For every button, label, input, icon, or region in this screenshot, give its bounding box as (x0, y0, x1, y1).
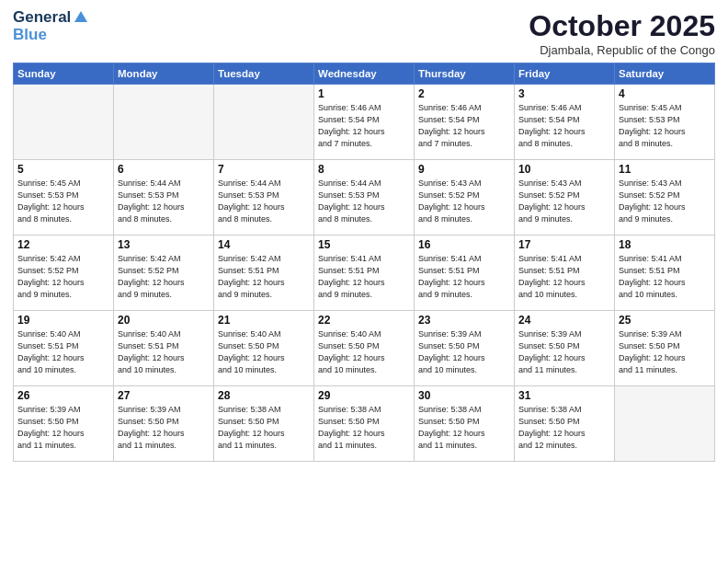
calendar-cell: 29Sunrise: 5:38 AM Sunset: 5:50 PM Dayli… (314, 386, 415, 462)
day-number: 26 (17, 389, 109, 402)
day-number: 4 (619, 87, 711, 100)
calendar-week-2: 12Sunrise: 5:42 AM Sunset: 5:52 PM Dayli… (14, 236, 715, 311)
logo-general: General (13, 9, 87, 27)
calendar-cell (615, 386, 715, 462)
cell-info: Sunrise: 5:40 AM Sunset: 5:51 PM Dayligh… (17, 328, 109, 376)
calendar-cell: 11Sunrise: 5:43 AM Sunset: 5:52 PM Dayli… (615, 160, 715, 236)
day-number: 25 (619, 314, 711, 327)
day-number: 1 (318, 87, 410, 100)
day-number: 9 (418, 163, 510, 176)
cell-info: Sunrise: 5:46 AM Sunset: 5:54 PM Dayligh… (518, 102, 610, 150)
day-number: 16 (418, 238, 510, 251)
calendar-cell: 7Sunrise: 5:44 AM Sunset: 5:53 PM Daylig… (214, 160, 314, 236)
calendar-cell: 21Sunrise: 5:40 AM Sunset: 5:50 PM Dayli… (214, 311, 314, 386)
day-number: 5 (17, 163, 109, 176)
cell-info: Sunrise: 5:46 AM Sunset: 5:54 PM Dayligh… (418, 102, 510, 150)
calendar-cell: 22Sunrise: 5:40 AM Sunset: 5:50 PM Dayli… (314, 311, 415, 386)
cell-info: Sunrise: 5:43 AM Sunset: 5:52 PM Dayligh… (418, 178, 510, 225)
cell-info: Sunrise: 5:44 AM Sunset: 5:53 PM Dayligh… (218, 178, 310, 225)
calendar-cell: 28Sunrise: 5:38 AM Sunset: 5:50 PM Dayli… (214, 386, 314, 462)
cell-info: Sunrise: 5:38 AM Sunset: 5:50 PM Dayligh… (218, 404, 310, 452)
cell-info: Sunrise: 5:38 AM Sunset: 5:50 PM Dayligh… (518, 404, 610, 452)
calendar-cell: 27Sunrise: 5:39 AM Sunset: 5:50 PM Dayli… (114, 386, 214, 462)
calendar-cell (14, 85, 114, 160)
day-number: 17 (518, 238, 610, 251)
day-number: 31 (518, 389, 610, 402)
calendar-cell: 10Sunrise: 5:43 AM Sunset: 5:52 PM Dayli… (515, 160, 615, 236)
col-sunday: Sunday (14, 63, 114, 85)
header-row: Sunday Monday Tuesday Wednesday Thursday… (14, 63, 715, 85)
cell-info: Sunrise: 5:38 AM Sunset: 5:50 PM Dayligh… (318, 404, 410, 452)
day-number: 6 (118, 163, 210, 176)
day-number: 15 (318, 238, 410, 251)
day-number: 3 (518, 87, 610, 100)
location: Djambala, Republic of the Congo (529, 43, 715, 57)
cell-info: Sunrise: 5:44 AM Sunset: 5:53 PM Dayligh… (318, 178, 410, 225)
cell-info: Sunrise: 5:39 AM Sunset: 5:50 PM Dayligh… (418, 328, 510, 376)
day-number: 27 (118, 389, 210, 402)
cell-info: Sunrise: 5:38 AM Sunset: 5:50 PM Dayligh… (418, 404, 510, 452)
calendar-cell: 15Sunrise: 5:41 AM Sunset: 5:51 PM Dayli… (314, 236, 415, 311)
col-monday: Monday (114, 63, 214, 85)
calendar-cell: 3Sunrise: 5:46 AM Sunset: 5:54 PM Daylig… (515, 85, 615, 160)
day-number: 19 (17, 314, 109, 327)
calendar-cell: 31Sunrise: 5:38 AM Sunset: 5:50 PM Dayli… (515, 386, 615, 462)
cell-info: Sunrise: 5:45 AM Sunset: 5:53 PM Dayligh… (619, 102, 711, 150)
calendar-cell: 18Sunrise: 5:41 AM Sunset: 5:51 PM Dayli… (615, 236, 715, 311)
calendar-cell: 8Sunrise: 5:44 AM Sunset: 5:53 PM Daylig… (314, 160, 415, 236)
calendar-cell: 2Sunrise: 5:46 AM Sunset: 5:54 PM Daylig… (415, 85, 515, 160)
calendar-cell: 25Sunrise: 5:39 AM Sunset: 5:50 PM Dayli… (615, 311, 715, 386)
cell-info: Sunrise: 5:45 AM Sunset: 5:53 PM Dayligh… (17, 178, 109, 225)
logo: General Blue (13, 9, 87, 43)
calendar-cell: 12Sunrise: 5:42 AM Sunset: 5:52 PM Dayli… (14, 236, 114, 311)
logo-triangle-icon (74, 11, 87, 22)
day-number: 20 (118, 314, 210, 327)
day-number: 30 (418, 389, 510, 402)
calendar-cell: 13Sunrise: 5:42 AM Sunset: 5:52 PM Dayli… (114, 236, 214, 311)
logo-blue: Blue (13, 27, 87, 44)
calendar-cell: 5Sunrise: 5:45 AM Sunset: 5:53 PM Daylig… (14, 160, 114, 236)
calendar-week-4: 26Sunrise: 5:39 AM Sunset: 5:50 PM Dayli… (14, 386, 715, 462)
header: General Blue October 2025 Djambala, Repu… (13, 9, 715, 57)
calendar: Sunday Monday Tuesday Wednesday Thursday… (13, 63, 715, 462)
cell-info: Sunrise: 5:43 AM Sunset: 5:52 PM Dayligh… (619, 178, 711, 225)
col-friday: Friday (515, 63, 615, 85)
calendar-cell (114, 85, 214, 160)
day-number: 2 (418, 87, 510, 100)
calendar-cell: 24Sunrise: 5:39 AM Sunset: 5:50 PM Dayli… (515, 311, 615, 386)
logo-box: General Blue (13, 9, 87, 43)
col-thursday: Thursday (415, 63, 515, 85)
cell-info: Sunrise: 5:40 AM Sunset: 5:50 PM Dayligh… (318, 328, 410, 376)
calendar-cell: 30Sunrise: 5:38 AM Sunset: 5:50 PM Dayli… (415, 386, 515, 462)
cell-info: Sunrise: 5:39 AM Sunset: 5:50 PM Dayligh… (17, 404, 109, 452)
day-number: 8 (318, 163, 410, 176)
calendar-cell: 23Sunrise: 5:39 AM Sunset: 5:50 PM Dayli… (415, 311, 515, 386)
cell-info: Sunrise: 5:41 AM Sunset: 5:51 PM Dayligh… (619, 253, 711, 301)
cell-info: Sunrise: 5:46 AM Sunset: 5:54 PM Dayligh… (318, 102, 410, 150)
cell-info: Sunrise: 5:42 AM Sunset: 5:52 PM Dayligh… (118, 253, 210, 301)
calendar-cell: 9Sunrise: 5:43 AM Sunset: 5:52 PM Daylig… (415, 160, 515, 236)
calendar-week-1: 5Sunrise: 5:45 AM Sunset: 5:53 PM Daylig… (14, 160, 715, 236)
calendar-cell: 16Sunrise: 5:41 AM Sunset: 5:51 PM Dayli… (415, 236, 515, 311)
day-number: 18 (619, 238, 711, 251)
calendar-week-3: 19Sunrise: 5:40 AM Sunset: 5:51 PM Dayli… (14, 311, 715, 386)
calendar-cell: 26Sunrise: 5:39 AM Sunset: 5:50 PM Dayli… (14, 386, 114, 462)
day-number: 21 (218, 314, 310, 327)
day-number: 29 (318, 389, 410, 402)
cell-info: Sunrise: 5:44 AM Sunset: 5:53 PM Dayligh… (118, 178, 210, 225)
cell-info: Sunrise: 5:41 AM Sunset: 5:51 PM Dayligh… (418, 253, 510, 301)
day-number: 12 (17, 238, 109, 251)
calendar-cell (214, 85, 314, 160)
cell-info: Sunrise: 5:39 AM Sunset: 5:50 PM Dayligh… (619, 328, 711, 376)
calendar-cell: 14Sunrise: 5:42 AM Sunset: 5:51 PM Dayli… (214, 236, 314, 311)
col-saturday: Saturday (615, 63, 715, 85)
cell-info: Sunrise: 5:43 AM Sunset: 5:52 PM Dayligh… (518, 178, 610, 225)
day-number: 24 (518, 314, 610, 327)
cell-info: Sunrise: 5:40 AM Sunset: 5:51 PM Dayligh… (118, 328, 210, 376)
month-title: October 2025 (529, 9, 715, 43)
day-number: 23 (418, 314, 510, 327)
day-number: 7 (218, 163, 310, 176)
cell-info: Sunrise: 5:39 AM Sunset: 5:50 PM Dayligh… (118, 404, 210, 452)
day-number: 13 (118, 238, 210, 251)
day-number: 22 (318, 314, 410, 327)
